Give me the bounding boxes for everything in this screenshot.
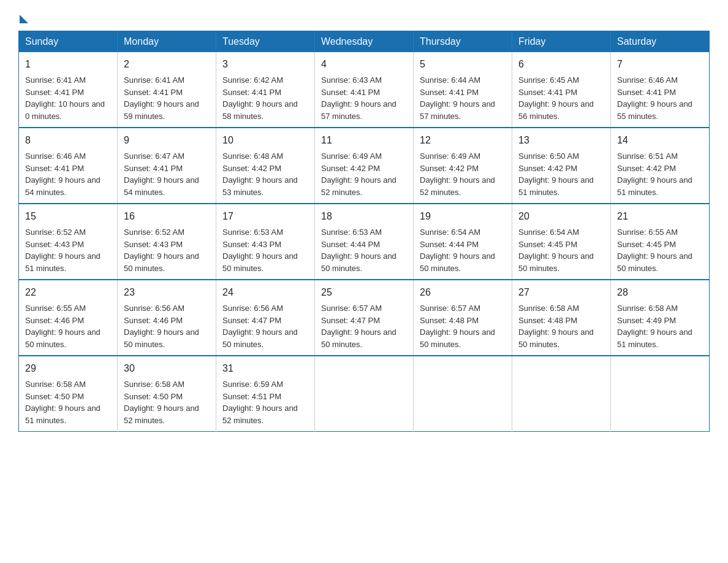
calendar-cell: 21 Sunrise: 6:55 AMSunset: 4:45 PMDaylig… [611,204,710,280]
calendar-cell: 25 Sunrise: 6:57 AMSunset: 4:47 PMDaylig… [315,280,414,356]
day-info: Sunrise: 6:46 AMSunset: 4:41 PMDaylight:… [25,151,100,197]
calendar-cell: 7 Sunrise: 6:46 AMSunset: 4:41 PMDayligh… [611,52,710,128]
calendar-cell: 26 Sunrise: 6:57 AMSunset: 4:48 PMDaylig… [414,280,512,356]
day-info: Sunrise: 6:54 AMSunset: 4:45 PMDaylight:… [518,228,594,273]
day-info: Sunrise: 6:56 AMSunset: 4:46 PMDaylight:… [124,304,199,349]
calendar-cell [512,356,611,432]
calendar-week-row: 15 Sunrise: 6:52 AMSunset: 4:43 PMDaylig… [19,204,710,280]
day-number: 16 [124,209,210,224]
day-info: Sunrise: 6:53 AMSunset: 4:44 PMDaylight:… [321,228,396,273]
day-number: 8 [25,133,111,148]
calendar-cell: 11 Sunrise: 6:49 AMSunset: 4:42 PMDaylig… [315,128,414,204]
calendar-cell: 3 Sunrise: 6:42 AMSunset: 4:41 PMDayligh… [216,52,315,128]
day-number: 2 [124,57,210,72]
day-info: Sunrise: 6:51 AMSunset: 4:42 PMDaylight:… [617,151,692,197]
day-info: Sunrise: 6:43 AMSunset: 4:41 PMDaylight:… [321,75,396,121]
day-number: 31 [222,361,308,376]
day-info: Sunrise: 6:41 AMSunset: 4:41 PMDaylight:… [124,75,199,121]
day-number: 15 [25,209,111,224]
calendar-cell: 23 Sunrise: 6:56 AMSunset: 4:46 PMDaylig… [118,280,216,356]
calendar-cell: 31 Sunrise: 6:59 AMSunset: 4:51 PMDaylig… [216,356,315,432]
day-number: 27 [518,285,604,300]
day-number: 14 [617,133,703,148]
day-number: 30 [124,361,210,376]
day-number: 29 [25,361,111,376]
day-number: 5 [420,57,506,72]
calendar-cell: 28 Sunrise: 6:58 AMSunset: 4:49 PMDaylig… [611,280,710,356]
calendar-body: 1 Sunrise: 6:41 AMSunset: 4:41 PMDayligh… [19,52,710,432]
calendar-cell: 5 Sunrise: 6:44 AMSunset: 4:41 PMDayligh… [414,52,512,128]
calendar-cell: 4 Sunrise: 6:43 AMSunset: 4:41 PMDayligh… [315,52,414,128]
day-number: 10 [222,133,308,148]
day-info: Sunrise: 6:58 AMSunset: 4:50 PMDaylight:… [124,380,199,425]
calendar-cell: 19 Sunrise: 6:54 AMSunset: 4:44 PMDaylig… [414,204,512,280]
day-number: 18 [321,209,407,224]
calendar-cell [611,356,710,432]
day-number: 26 [420,285,506,300]
weekday-header-wednesday: Wednesday [315,31,414,53]
weekday-header-sunday: Sunday [19,31,118,53]
logo [18,12,28,21]
day-info: Sunrise: 6:45 AMSunset: 4:41 PMDaylight:… [518,75,594,121]
day-number: 23 [124,285,210,300]
calendar-cell: 18 Sunrise: 6:53 AMSunset: 4:44 PMDaylig… [315,204,414,280]
calendar-cell: 10 Sunrise: 6:48 AMSunset: 4:42 PMDaylig… [216,128,315,204]
day-number: 21 [617,209,703,224]
calendar-cell: 29 Sunrise: 6:58 AMSunset: 4:50 PMDaylig… [19,356,118,432]
day-number: 12 [420,133,506,148]
calendar-cell: 15 Sunrise: 6:52 AMSunset: 4:43 PMDaylig… [19,204,118,280]
day-info: Sunrise: 6:55 AMSunset: 4:45 PMDaylight:… [617,228,692,273]
day-info: Sunrise: 6:49 AMSunset: 4:42 PMDaylight:… [321,151,396,197]
day-info: Sunrise: 6:57 AMSunset: 4:47 PMDaylight:… [321,304,396,349]
calendar-cell: 9 Sunrise: 6:47 AMSunset: 4:41 PMDayligh… [118,128,216,204]
day-number: 11 [321,133,407,148]
calendar-cell: 27 Sunrise: 6:58 AMSunset: 4:48 PMDaylig… [512,280,611,356]
day-number: 4 [321,57,407,72]
day-info: Sunrise: 6:54 AMSunset: 4:44 PMDaylight:… [420,228,495,273]
day-number: 1 [25,57,111,72]
day-number: 25 [321,285,407,300]
weekday-header-monday: Monday [118,31,216,53]
page-header [18,12,710,21]
weekday-header-thursday: Thursday [414,31,512,53]
calendar-cell: 12 Sunrise: 6:49 AMSunset: 4:42 PMDaylig… [414,128,512,204]
day-number: 13 [518,133,604,148]
calendar-cell [315,356,414,432]
calendar-cell: 13 Sunrise: 6:50 AMSunset: 4:42 PMDaylig… [512,128,611,204]
day-number: 20 [518,209,604,224]
day-number: 7 [617,57,703,72]
day-number: 17 [222,209,308,224]
day-info: Sunrise: 6:58 AMSunset: 4:50 PMDaylight:… [25,380,100,425]
calendar-cell: 16 Sunrise: 6:52 AMSunset: 4:43 PMDaylig… [118,204,216,280]
day-info: Sunrise: 6:58 AMSunset: 4:49 PMDaylight:… [617,304,692,349]
day-info: Sunrise: 6:59 AMSunset: 4:51 PMDaylight:… [222,380,298,425]
calendar-table: SundayMondayTuesdayWednesdayThursdayFrid… [18,31,710,432]
calendar-cell: 20 Sunrise: 6:54 AMSunset: 4:45 PMDaylig… [512,204,611,280]
day-number: 28 [617,285,703,300]
calendar-cell: 30 Sunrise: 6:58 AMSunset: 4:50 PMDaylig… [118,356,216,432]
day-info: Sunrise: 6:53 AMSunset: 4:43 PMDaylight:… [222,228,298,273]
weekday-header-tuesday: Tuesday [216,31,315,53]
day-info: Sunrise: 6:49 AMSunset: 4:42 PMDaylight:… [420,151,495,197]
calendar-week-row: 22 Sunrise: 6:55 AMSunset: 4:46 PMDaylig… [19,280,710,356]
day-info: Sunrise: 6:52 AMSunset: 4:43 PMDaylight:… [124,228,199,273]
day-info: Sunrise: 6:47 AMSunset: 4:41 PMDaylight:… [124,151,199,197]
calendar-cell: 24 Sunrise: 6:56 AMSunset: 4:47 PMDaylig… [216,280,315,356]
calendar-week-row: 8 Sunrise: 6:46 AMSunset: 4:41 PMDayligh… [19,128,710,204]
day-info: Sunrise: 6:42 AMSunset: 4:41 PMDaylight:… [222,75,298,121]
weekday-header-friday: Friday [512,31,611,53]
calendar-cell: 22 Sunrise: 6:55 AMSunset: 4:46 PMDaylig… [19,280,118,356]
day-number: 24 [222,285,308,300]
day-number: 9 [124,133,210,148]
day-info: Sunrise: 6:46 AMSunset: 4:41 PMDaylight:… [617,75,692,121]
calendar-cell: 17 Sunrise: 6:53 AMSunset: 4:43 PMDaylig… [216,204,315,280]
day-info: Sunrise: 6:56 AMSunset: 4:47 PMDaylight:… [222,304,298,349]
day-info: Sunrise: 6:52 AMSunset: 4:43 PMDaylight:… [25,228,100,273]
calendar-header-row: SundayMondayTuesdayWednesdayThursdayFrid… [19,31,710,53]
calendar-cell: 2 Sunrise: 6:41 AMSunset: 4:41 PMDayligh… [118,52,216,128]
day-number: 19 [420,209,506,224]
calendar-cell: 6 Sunrise: 6:45 AMSunset: 4:41 PMDayligh… [512,52,611,128]
logo-arrow-icon [20,15,28,23]
day-info: Sunrise: 6:48 AMSunset: 4:42 PMDaylight:… [222,151,298,197]
day-info: Sunrise: 6:55 AMSunset: 4:46 PMDaylight:… [25,304,100,349]
